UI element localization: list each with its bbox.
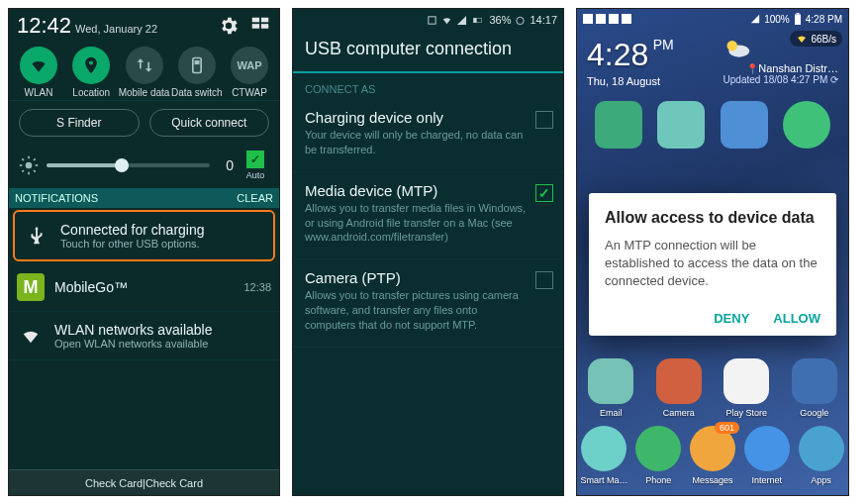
notification-usb[interactable]: Connected for charging Touch for other U… xyxy=(13,210,275,261)
svg-point-6 xyxy=(26,162,33,169)
app-messages[interactable]: 601Messages xyxy=(686,426,740,485)
notification-wlan[interactable]: WLAN networks available Open WLAN networ… xyxy=(9,312,279,360)
checkbox[interactable] xyxy=(535,271,553,289)
phone1-notification-panel: 12:42 Wed, January 22 WLAN Location Mobi… xyxy=(8,8,280,496)
status-bar: 36% 14:17 xyxy=(293,9,563,31)
grid-icon[interactable] xyxy=(249,15,271,37)
mobilego-icon: M xyxy=(17,273,45,301)
battery-percent: 36% xyxy=(489,14,511,26)
app-phone[interactable]: Phone xyxy=(631,426,686,485)
dialog-title: Allow access to device data xyxy=(605,209,820,227)
notification-time: 12:38 xyxy=(243,281,271,293)
option-title: Media device (MTP) xyxy=(305,182,528,199)
notifications-title: NOTIFICATIONS xyxy=(15,192,98,204)
svg-rect-21 xyxy=(609,14,619,24)
app-smart-manager[interactable]: Smart Ma… xyxy=(577,426,631,485)
notifications-header: NOTIFICATIONS Clear xyxy=(9,188,279,208)
svg-rect-20 xyxy=(596,14,606,24)
svg-rect-3 xyxy=(261,24,268,29)
location-text: 📍Nanshan Distr… xyxy=(723,62,838,74)
footer-text: Check Card|Check Card xyxy=(9,469,279,495)
notification-sub: Touch for other USB options. xyxy=(60,238,205,250)
clock-ampm: PM xyxy=(653,37,674,52)
status-icon xyxy=(583,14,593,24)
qs-ctwap[interactable]: WAPCTWAP xyxy=(224,47,275,98)
svg-rect-17 xyxy=(474,18,477,23)
app-camera[interactable]: Camera xyxy=(647,358,711,418)
wifi-open-icon xyxy=(17,322,45,350)
notification-title: Connected for charging xyxy=(60,222,205,238)
section-header: CONNECT AS xyxy=(293,73,563,99)
signal-icon xyxy=(750,14,760,24)
quick-connect-button[interactable]: Quick connect xyxy=(149,109,270,137)
option-desc: Allows you to transfer pictures using ca… xyxy=(305,288,528,333)
status-bar: 12:42 Wed, January 22 xyxy=(9,9,279,41)
brightness-icon xyxy=(19,155,39,175)
notification-mobilego[interactable]: M MobileGo™ 12:38 xyxy=(9,263,279,312)
app-widget[interactable] xyxy=(657,101,705,149)
svg-rect-23 xyxy=(795,15,801,26)
phone3-home-screen: 100% 4:28 PM 66B/s 4:28 PM Thu, 18 Augus… xyxy=(576,8,849,496)
checkbox[interactable] xyxy=(535,111,553,129)
status-time: 4:28 PM xyxy=(806,14,842,25)
brightness-row: 0 ✓Auto xyxy=(9,145,279,188)
deny-button[interactable]: DENY xyxy=(714,311,749,326)
app-play-store[interactable]: Play Store xyxy=(715,358,778,418)
option-charging-only[interactable]: Charging device only Your device will on… xyxy=(293,99,563,172)
mtp-access-dialog: Allow access to device data An MTP conne… xyxy=(589,193,836,336)
svg-rect-19 xyxy=(583,14,593,24)
svg-rect-4 xyxy=(193,58,201,73)
notification-sub: Open WLAN networks available xyxy=(54,338,213,350)
status-bar: 100% 4:28 PM xyxy=(577,9,848,29)
nfc-icon xyxy=(427,15,437,26)
svg-line-13 xyxy=(22,170,24,172)
qs-location[interactable]: Location xyxy=(65,47,117,98)
option-mtp[interactable]: Media device (MTP) Allows you to transfe… xyxy=(293,172,563,260)
brightness-slider[interactable] xyxy=(47,163,210,167)
clock-time: 4:28 xyxy=(587,37,648,72)
checkbox-checked[interactable] xyxy=(535,184,553,202)
svg-line-12 xyxy=(34,170,36,172)
svg-rect-2 xyxy=(252,24,259,29)
phone2-usb-settings: 36% 14:17 USB computer connection CONNEC… xyxy=(292,8,564,496)
svg-point-26 xyxy=(726,41,737,51)
battery-icon xyxy=(794,13,802,25)
option-title: Charging device only xyxy=(305,109,528,126)
svg-rect-1 xyxy=(261,18,268,23)
signal-icon xyxy=(456,15,467,26)
app-widget[interactable] xyxy=(595,101,642,149)
app-email[interactable]: Email xyxy=(579,358,642,418)
notification-title: MobileGo™ xyxy=(54,279,128,295)
svg-rect-0 xyxy=(252,18,259,23)
app-widget[interactable] xyxy=(783,101,830,149)
settings-icon[interactable] xyxy=(218,15,240,37)
app-internet[interactable]: Internet xyxy=(739,426,794,485)
allow-button[interactable]: ALLOW xyxy=(773,311,820,326)
app-apps[interactable]: Apps xyxy=(794,426,848,485)
auto-brightness-toggle[interactable]: ✓Auto xyxy=(241,151,269,180)
alarm-icon xyxy=(515,15,526,26)
app-row-1: Email Camera Play Store Google xyxy=(577,358,848,418)
svg-rect-22 xyxy=(622,14,631,24)
svg-point-18 xyxy=(517,17,524,24)
option-desc: Allows you to transfer media files in Wi… xyxy=(305,201,528,246)
status-icon xyxy=(622,14,631,24)
qs-mobile-data[interactable]: Mobile data xyxy=(119,47,170,98)
clear-button[interactable]: Clear xyxy=(237,192,273,204)
quick-settings-row: WLAN Location Mobile data Data switch WA… xyxy=(9,41,279,101)
dock-row: Smart Ma… Phone 601Messages Internet App… xyxy=(577,426,848,485)
updated-text: Updated 18/08 4:27 PM ⟳ xyxy=(723,74,838,85)
clock-date: Thu, 18 August xyxy=(587,75,674,87)
svg-rect-24 xyxy=(796,13,799,15)
app-widget[interactable] xyxy=(721,101,768,149)
sfinder-button[interactable]: S Finder xyxy=(19,109,140,137)
notification-title: WLAN networks available xyxy=(54,322,213,338)
qs-data-switch[interactable]: Data switch xyxy=(171,47,223,98)
app-google[interactable]: Google xyxy=(783,358,846,418)
screen-title: USB computer connection xyxy=(293,31,563,73)
option-title: Camera (PTP) xyxy=(305,269,528,286)
option-ptp[interactable]: Camera (PTP) Allows you to transfer pict… xyxy=(293,259,563,348)
badge-count: 601 xyxy=(715,422,739,434)
status-time: 14:17 xyxy=(530,14,557,26)
qs-wlan[interactable]: WLAN xyxy=(13,47,64,98)
